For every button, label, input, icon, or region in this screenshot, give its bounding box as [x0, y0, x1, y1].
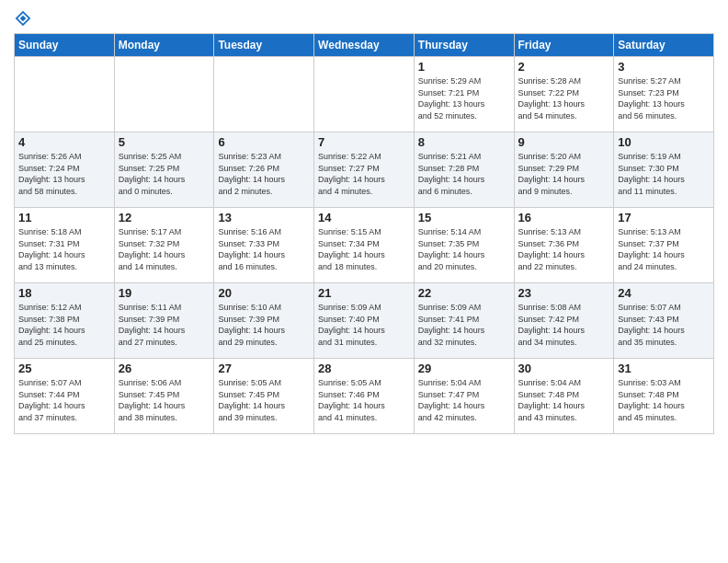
- day-info: Sunrise: 5:20 AM Sunset: 7:29 PM Dayligh…: [518, 151, 610, 197]
- day-number: 27: [218, 362, 310, 375]
- calendar-cell: [214, 57, 314, 132]
- day-info: Sunrise: 5:05 AM Sunset: 7:46 PM Dayligh…: [318, 377, 410, 423]
- day-number: 13: [218, 211, 310, 224]
- day-info: Sunrise: 5:08 AM Sunset: 7:42 PM Dayligh…: [518, 302, 610, 348]
- calendar-cell: 18Sunrise: 5:12 AM Sunset: 7:38 PM Dayli…: [15, 283, 115, 359]
- day-info: Sunrise: 5:09 AM Sunset: 7:41 PM Dayligh…: [418, 302, 510, 348]
- calendar-cell: 26Sunrise: 5:06 AM Sunset: 7:45 PM Dayli…: [114, 359, 214, 434]
- calendar-cell: 24Sunrise: 5:07 AM Sunset: 7:43 PM Dayli…: [614, 283, 714, 359]
- calendar-week-5: 25Sunrise: 5:07 AM Sunset: 7:44 PM Dayli…: [15, 359, 714, 434]
- day-info: Sunrise: 5:13 AM Sunset: 7:36 PM Dayligh…: [518, 226, 610, 272]
- calendar-cell: 5Sunrise: 5:25 AM Sunset: 7:25 PM Daylig…: [114, 132, 214, 208]
- day-number: 5: [119, 135, 210, 149]
- calendar-cell: 19Sunrise: 5:11 AM Sunset: 7:39 PM Dayli…: [114, 283, 214, 359]
- day-number: 4: [18, 135, 110, 149]
- day-info: Sunrise: 5:19 AM Sunset: 7:30 PM Dayligh…: [618, 151, 710, 197]
- calendar-table: SundayMondayTuesdayWednesdayThursdayFrid…: [14, 33, 714, 434]
- calendar-cell: 27Sunrise: 5:05 AM Sunset: 7:45 PM Dayli…: [214, 359, 314, 434]
- calendar-cell: 1Sunrise: 5:29 AM Sunset: 7:21 PM Daylig…: [414, 57, 514, 132]
- day-number: 18: [18, 286, 110, 300]
- calendar-cell: 22Sunrise: 5:09 AM Sunset: 7:41 PM Dayli…: [414, 283, 514, 359]
- day-number: 21: [318, 286, 410, 300]
- day-info: Sunrise: 5:16 AM Sunset: 7:33 PM Dayligh…: [218, 226, 310, 272]
- calendar-cell: [114, 57, 214, 132]
- day-number: 23: [518, 286, 610, 300]
- day-info: Sunrise: 5:07 AM Sunset: 7:44 PM Dayligh…: [18, 377, 110, 423]
- day-number: 29: [418, 362, 510, 375]
- day-info: Sunrise: 5:11 AM Sunset: 7:39 PM Dayligh…: [119, 302, 210, 348]
- calendar-cell: 28Sunrise: 5:05 AM Sunset: 7:46 PM Dayli…: [314, 359, 415, 434]
- calendar-cell: [314, 57, 415, 132]
- weekday-header-wednesday: Wednesday: [314, 34, 415, 57]
- calendar-cell: 31Sunrise: 5:03 AM Sunset: 7:48 PM Dayli…: [614, 359, 714, 434]
- calendar-cell: 10Sunrise: 5:19 AM Sunset: 7:30 PM Dayli…: [614, 132, 714, 208]
- calendar-cell: [15, 57, 115, 132]
- day-number: 17: [618, 211, 710, 224]
- day-info: Sunrise: 5:07 AM Sunset: 7:43 PM Dayligh…: [618, 302, 710, 348]
- weekday-row: SundayMondayTuesdayWednesdayThursdayFrid…: [15, 34, 714, 57]
- day-number: 12: [119, 211, 210, 224]
- day-info: Sunrise: 5:05 AM Sunset: 7:45 PM Dayligh…: [218, 377, 310, 423]
- weekday-header-tuesday: Tuesday: [214, 34, 314, 57]
- calendar-body: 1Sunrise: 5:29 AM Sunset: 7:21 PM Daylig…: [15, 57, 714, 434]
- calendar-cell: 8Sunrise: 5:21 AM Sunset: 7:28 PM Daylig…: [414, 132, 514, 208]
- calendar-cell: 20Sunrise: 5:10 AM Sunset: 7:39 PM Dayli…: [214, 283, 314, 359]
- day-info: Sunrise: 5:26 AM Sunset: 7:24 PM Dayligh…: [18, 151, 110, 197]
- calendar-week-4: 18Sunrise: 5:12 AM Sunset: 7:38 PM Dayli…: [15, 283, 714, 359]
- day-number: 7: [318, 135, 410, 149]
- header: [14, 9, 714, 28]
- day-info: Sunrise: 5:27 AM Sunset: 7:23 PM Dayligh…: [618, 75, 710, 121]
- day-info: Sunrise: 5:03 AM Sunset: 7:48 PM Dayligh…: [618, 377, 710, 423]
- day-info: Sunrise: 5:22 AM Sunset: 7:27 PM Dayligh…: [318, 151, 410, 197]
- day-info: Sunrise: 5:14 AM Sunset: 7:35 PM Dayligh…: [418, 226, 510, 272]
- calendar-cell: 9Sunrise: 5:20 AM Sunset: 7:29 PM Daylig…: [514, 132, 614, 208]
- day-info: Sunrise: 5:17 AM Sunset: 7:32 PM Dayligh…: [119, 226, 210, 272]
- calendar-cell: 11Sunrise: 5:18 AM Sunset: 7:31 PM Dayli…: [15, 208, 115, 283]
- day-info: Sunrise: 5:29 AM Sunset: 7:21 PM Dayligh…: [418, 75, 510, 121]
- calendar-cell: 13Sunrise: 5:16 AM Sunset: 7:33 PM Dayli…: [214, 208, 314, 283]
- page-container: SundayMondayTuesdayWednesdayThursdayFrid…: [0, 0, 728, 443]
- calendar-cell: 30Sunrise: 5:04 AM Sunset: 7:48 PM Dayli…: [514, 359, 614, 434]
- calendar-cell: 21Sunrise: 5:09 AM Sunset: 7:40 PM Dayli…: [314, 283, 415, 359]
- calendar-header: SundayMondayTuesdayWednesdayThursdayFrid…: [15, 34, 714, 57]
- calendar-cell: 15Sunrise: 5:14 AM Sunset: 7:35 PM Dayli…: [414, 208, 514, 283]
- day-number: 25: [18, 362, 110, 375]
- calendar-cell: 23Sunrise: 5:08 AM Sunset: 7:42 PM Dayli…: [514, 283, 614, 359]
- day-number: 26: [119, 362, 210, 375]
- day-info: Sunrise: 5:10 AM Sunset: 7:39 PM Dayligh…: [218, 302, 310, 348]
- calendar-week-2: 4Sunrise: 5:26 AM Sunset: 7:24 PM Daylig…: [15, 132, 714, 208]
- logo: [14, 9, 36, 28]
- day-number: 3: [618, 60, 710, 74]
- day-number: 22: [418, 286, 510, 300]
- day-number: 31: [618, 362, 710, 375]
- day-info: Sunrise: 5:15 AM Sunset: 7:34 PM Dayligh…: [318, 226, 410, 272]
- day-info: Sunrise: 5:23 AM Sunset: 7:26 PM Dayligh…: [218, 151, 310, 197]
- day-number: 14: [318, 211, 410, 224]
- calendar-cell: 16Sunrise: 5:13 AM Sunset: 7:36 PM Dayli…: [514, 208, 614, 283]
- day-info: Sunrise: 5:12 AM Sunset: 7:38 PM Dayligh…: [18, 302, 110, 348]
- day-info: Sunrise: 5:21 AM Sunset: 7:28 PM Dayligh…: [418, 151, 510, 197]
- day-number: 28: [318, 362, 410, 375]
- day-info: Sunrise: 5:06 AM Sunset: 7:45 PM Dayligh…: [119, 377, 210, 423]
- day-number: 24: [618, 286, 710, 300]
- day-info: Sunrise: 5:04 AM Sunset: 7:48 PM Dayligh…: [518, 377, 610, 423]
- calendar-week-1: 1Sunrise: 5:29 AM Sunset: 7:21 PM Daylig…: [15, 57, 714, 132]
- calendar-cell: 6Sunrise: 5:23 AM Sunset: 7:26 PM Daylig…: [214, 132, 314, 208]
- weekday-header-sunday: Sunday: [15, 34, 115, 57]
- day-number: 2: [518, 60, 610, 74]
- day-number: 11: [18, 211, 110, 224]
- calendar-cell: 3Sunrise: 5:27 AM Sunset: 7:23 PM Daylig…: [614, 57, 714, 132]
- day-number: 15: [418, 211, 510, 224]
- day-number: 8: [418, 135, 510, 149]
- day-number: 1: [418, 60, 510, 74]
- day-number: 10: [618, 135, 710, 149]
- calendar-cell: 17Sunrise: 5:13 AM Sunset: 7:37 PM Dayli…: [614, 208, 714, 283]
- calendar-cell: 7Sunrise: 5:22 AM Sunset: 7:27 PM Daylig…: [314, 132, 415, 208]
- day-number: 9: [518, 135, 610, 149]
- day-number: 20: [218, 286, 310, 300]
- day-info: Sunrise: 5:18 AM Sunset: 7:31 PM Dayligh…: [18, 226, 110, 272]
- day-info: Sunrise: 5:04 AM Sunset: 7:47 PM Dayligh…: [418, 377, 510, 423]
- day-info: Sunrise: 5:28 AM Sunset: 7:22 PM Dayligh…: [518, 75, 610, 121]
- calendar-cell: 4Sunrise: 5:26 AM Sunset: 7:24 PM Daylig…: [15, 132, 115, 208]
- calendar-cell: 14Sunrise: 5:15 AM Sunset: 7:34 PM Dayli…: [314, 208, 415, 283]
